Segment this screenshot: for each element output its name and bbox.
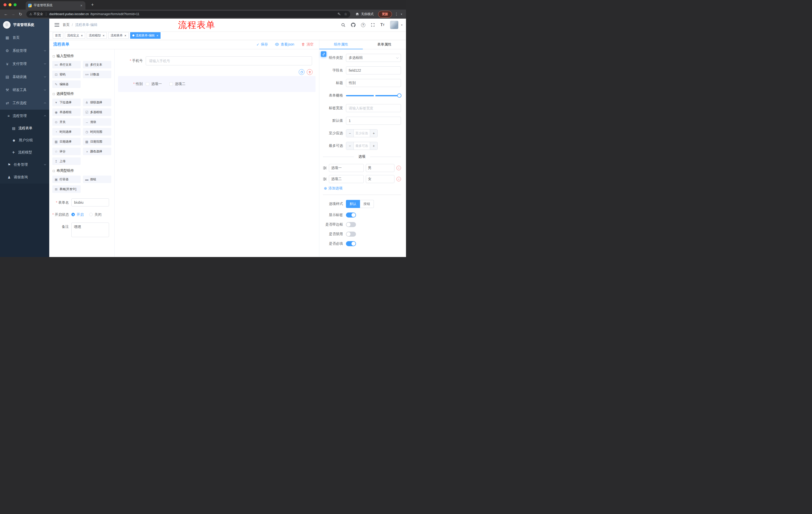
increase-button[interactable]: + [370, 142, 377, 150]
remove-option-button[interactable]: − [397, 166, 401, 170]
hamburger-icon[interactable] [55, 23, 59, 27]
bookmark-star-icon[interactable]: ☆ [344, 12, 347, 16]
tab-form-properties[interactable]: 表单属性 [363, 40, 406, 49]
option-value-input[interactable] [366, 175, 395, 183]
zoom-window-button[interactable] [13, 3, 17, 6]
max-select-value[interactable]: 最多可选 [354, 142, 370, 150]
drag-handle-icon[interactable] [323, 166, 327, 170]
remove-option-button[interactable]: − [397, 177, 401, 181]
palette-item-time-picker[interactable]: ◔时间选择 [52, 128, 81, 136]
palette-item-cascader[interactable]: ⋔级联选择 [83, 99, 111, 106]
palette-item-password[interactable]: ⊡密码 [52, 71, 81, 78]
tag-close-icon[interactable]: × [156, 34, 158, 37]
minimize-window-button[interactable] [8, 3, 11, 6]
security-chip[interactable]: ⚠ 不安全 [29, 12, 43, 16]
tag-process-definition[interactable]: 流程定义 × [65, 32, 85, 39]
tag-process-form-edit[interactable]: 流程表单-编辑 × [130, 32, 161, 39]
sidebar-item-leave-query[interactable]: ♟ 请假查询 [0, 171, 49, 184]
option-value-input[interactable] [366, 164, 395, 172]
palette-item-switch[interactable]: ⊙开关 [52, 118, 81, 126]
decrease-button[interactable]: − [346, 142, 354, 150]
new-tab-button[interactable]: + [89, 2, 95, 7]
status-radio-on[interactable]: 开启 [71, 211, 84, 218]
sidebar-item-home[interactable]: ▦ 首页 [0, 31, 49, 44]
decrease-button[interactable]: − [346, 130, 354, 137]
browser-menu-kebab-icon[interactable]: ⋮ [394, 12, 399, 16]
browser-update-button[interactable]: 更新 [378, 11, 392, 18]
tab-close-icon[interactable]: × [80, 3, 83, 7]
view-json-button[interactable]: 查看json [275, 42, 294, 47]
show-label-switch[interactable] [346, 213, 356, 218]
form-canvas[interactable]: 手机号 [115, 49, 319, 257]
sidebar-item-system[interactable]: ⚙ 系统管理 [0, 44, 49, 57]
palette-item-editor[interactable]: ✎编辑器 [52, 80, 81, 88]
sidebar-item-process-form[interactable]: ▤ 流程表单 [0, 122, 49, 134]
tag-close-icon[interactable]: × [124, 34, 126, 37]
checkbox-option-1[interactable]: 选项一 [146, 82, 162, 86]
palette-item-single-line-text[interactable]: ▭单行文本 [52, 61, 81, 69]
forward-icon[interactable]: → [10, 11, 17, 18]
palette-item-row-container[interactable]: ▣行容器 [52, 175, 81, 183]
breadcrumb-home-link[interactable]: 首页 [63, 23, 69, 27]
palette-item-date-range[interactable]: ▩日期范围 [83, 138, 111, 145]
checkbox-option-2[interactable]: 选项二 [169, 82, 185, 86]
tag-home[interactable]: 首页 [53, 32, 63, 39]
tab-component-properties[interactable]: 组件属性 [319, 40, 363, 49]
sidebar-item-process-model[interactable]: ✈ 流程模型 [0, 146, 49, 158]
option-name-input[interactable] [329, 164, 364, 172]
fullscreen-icon[interactable] [371, 23, 375, 27]
option-style-default[interactable]: 默认 [346, 200, 360, 208]
default-value-input[interactable] [346, 117, 401, 125]
save-button[interactable]: ✓ 保存 [257, 42, 268, 47]
sidebar-item-user-group[interactable]: ☻ 用户分组 [0, 134, 49, 146]
field-name-input[interactable] [346, 66, 401, 75]
font-size-icon[interactable]: TT [380, 23, 385, 27]
sidebar-item-task-management[interactable]: ⚑ 任务管理 [0, 158, 49, 171]
palette-item-button[interactable]: ▬按钮 [83, 175, 111, 183]
tag-process-model[interactable]: 流程模型 × [87, 32, 107, 39]
palette-item-color-picker[interactable]: ◑颜色选择 [83, 147, 111, 155]
palette-item-date-picker[interactable]: ▦日期选择 [52, 138, 81, 145]
palette-item-time-range[interactable]: ◷时间范围 [83, 128, 111, 136]
with-border-switch[interactable] [346, 222, 356, 227]
sidebar-item-devtools[interactable]: ⚒ 研发工具 [0, 83, 49, 97]
disabled-switch[interactable] [346, 232, 356, 237]
clear-button[interactable]: 清空 [301, 42, 314, 47]
sidebar-item-process-management[interactable]: ≡ 流程管理 [0, 110, 49, 122]
avatar-caret-icon[interactable]: ▾ [401, 23, 403, 27]
tag-close-icon[interactable]: × [81, 34, 83, 37]
user-avatar[interactable] [390, 21, 399, 29]
phone-field-input[interactable] [146, 56, 312, 65]
sidebar-item-payment[interactable]: ¥ 支付管理 [0, 57, 49, 71]
tag-process-form[interactable]: 流程表单 × [108, 32, 128, 39]
option-name-input[interactable] [329, 175, 364, 183]
palette-item-rate[interactable]: ☆评分 [52, 147, 81, 155]
sidebar-item-workflow[interactable]: ⇄ 工作流程 [0, 97, 49, 110]
doc-link-button[interactable] [321, 51, 326, 57]
tag-close-icon[interactable]: × [103, 34, 105, 37]
password-key-icon[interactable] [338, 12, 341, 16]
palette-item-table[interactable]: ⊞表格[开发中] [52, 185, 81, 193]
component-type-select[interactable]: 多选框组 [346, 54, 401, 62]
palette-item-select[interactable]: ▾下拉选择 [52, 99, 81, 106]
copy-component-button[interactable] [299, 69, 304, 75]
back-icon[interactable]: ← [2, 11, 9, 18]
increase-button[interactable]: + [370, 130, 377, 137]
palette-item-slider[interactable]: ↔滑块 [83, 118, 111, 126]
add-option-button[interactable]: ⊕ 添加选项 [324, 186, 401, 191]
canvas-field-gender[interactable]: 性别 选项一 选项二 [118, 76, 316, 92]
sidebar-item-infrastructure[interactable]: ▤ 基础设施 [0, 71, 49, 83]
drag-handle-icon[interactable] [323, 177, 327, 181]
profile-caret-icon[interactable]: ▾ [400, 12, 404, 16]
title-input[interactable] [346, 79, 401, 87]
option-style-button[interactable]: 按钮 [360, 200, 374, 208]
help-icon[interactable]: ? [361, 23, 365, 27]
delete-component-button[interactable] [307, 69, 313, 75]
palette-item-radio-group[interactable]: ◉单选框组 [52, 108, 81, 116]
required-switch[interactable] [346, 241, 356, 246]
palette-item-multi-line-text[interactable]: ▤多行文本 [83, 61, 111, 69]
palette-item-upload[interactable]: ↥上传 [52, 157, 81, 165]
palette-item-checkbox-group[interactable]: ☑多选框组 [83, 108, 111, 116]
slider-handle[interactable] [397, 93, 402, 98]
canvas-field-phone[interactable]: 手机号 [118, 55, 316, 67]
